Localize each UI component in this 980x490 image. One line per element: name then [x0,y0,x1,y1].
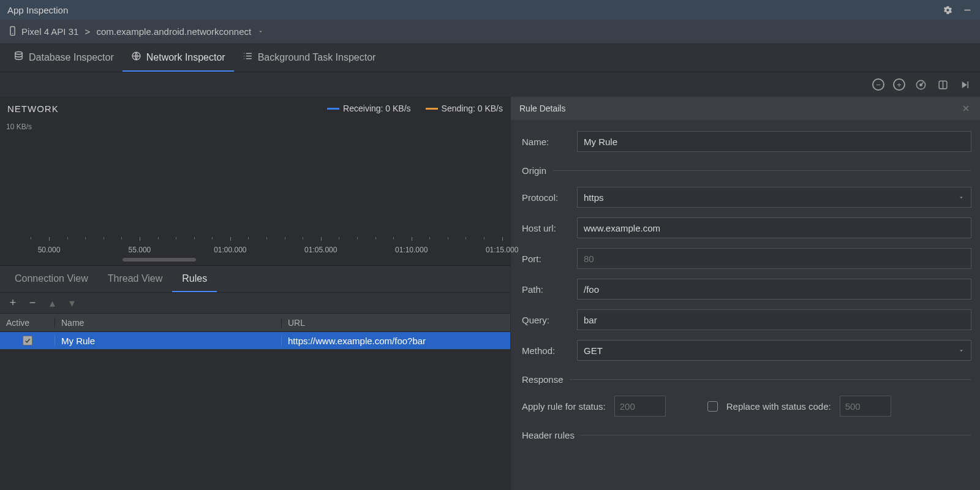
protocol-label: Protocol: [522,192,577,203]
network-title: NETWORK [7,104,59,114]
row-url: https://www.example.com/foo?bar [282,336,510,346]
breadcrumb-bar: Pixel 4 API 31 > com.example.android.net… [0,20,980,44]
protocol-select[interactable]: https [577,187,971,208]
timeline-label: 55.000 [129,246,151,254]
table-row[interactable]: My Rule https://www.example.com/foo?bar [0,332,510,349]
database-icon [13,51,24,64]
tab-background-task-inspector[interactable]: Background Task Inspector [234,44,385,72]
active-checkbox[interactable] [23,336,32,345]
globe-icon [131,51,141,64]
marker-icon[interactable] [936,78,949,91]
skip-end-icon[interactable] [958,78,971,91]
svg-point-3 [15,51,22,54]
add-rule-button[interactable]: + [7,296,18,309]
apply-status-label: Apply rule for status: [522,401,606,412]
minimize-icon[interactable] [962,4,973,15]
title-bar: App Inspection [0,0,980,20]
right-panel: Rule Details Name: Origin Protocol: http… [511,97,980,490]
breadcrumb-app: com.example.android.networkconnect [97,26,252,37]
replace-status-label: Replace with status code: [726,401,831,412]
left-panel: NETWORK Receiving: 0 KB/s Sending: 0 KB/… [0,97,511,490]
subtab-thread-view[interactable]: Thread View [98,266,173,292]
svg-rect-15 [967,81,968,88]
window-title: App Inspection [7,5,68,15]
move-up-button[interactable]: ▴ [47,296,58,310]
timeline-scrub[interactable] [123,258,196,262]
protocol-value: https [584,192,604,203]
header-rules-section-label: Header rules [522,430,575,440]
timeline-label: 01:10.000 [395,246,428,254]
remove-rule-button[interactable]: − [27,296,38,309]
legend-receiving: Receiving: 0 KB/s [343,104,411,113]
host-input[interactable] [577,217,971,238]
timeline-label: 01:00.000 [214,246,246,254]
device-icon [7,26,18,38]
toolbar-row: − + [0,72,980,97]
name-label: Name: [522,137,577,147]
close-icon[interactable] [960,103,971,114]
timeline: 50.00055.00001:00.00001:05.00001:10.0000… [0,237,510,262]
method-value: GET [584,345,603,356]
breadcrumb-device: Pixel 4 API 31 [21,26,78,37]
list-icon [243,51,253,64]
tab-label: Background Task Inspector [258,52,376,63]
tab-database-inspector[interactable]: Database Inspector [5,44,123,72]
query-label: Query: [522,315,577,325]
tab-label: Database Inspector [29,52,114,63]
subtabs: Connection View Thread View Rules [0,266,510,293]
port-input[interactable] [577,248,971,269]
timeline-label: 01:05.000 [304,246,337,254]
subtab-connection-view[interactable]: Connection View [5,266,98,292]
replace-status-input[interactable] [840,396,891,417]
apply-status-input[interactable] [614,396,666,417]
row-name: My Rule [55,336,282,346]
method-label: Method: [522,345,577,356]
timeline-label: 50.000 [38,246,61,254]
legend-sending: Sending: 0 KB/s [442,104,503,113]
settings-icon[interactable] [942,4,953,15]
port-label: Port: [522,254,577,264]
col-header-active[interactable]: Active [0,318,55,328]
chevron-down-icon [257,26,264,37]
move-down-button[interactable]: ▾ [66,296,77,310]
method-select[interactable]: GET [577,340,971,361]
col-header-url[interactable]: URL [282,318,510,328]
name-input[interactable] [577,131,971,152]
chevron-down-icon [958,347,965,354]
chevron-down-icon [958,194,965,201]
rules-table: Active Name URL My Rule https://www.exam… [0,314,510,490]
remove-button[interactable]: − [872,78,884,91]
network-legend: Receiving: 0 KB/s Sending: 0 KB/s [327,104,503,113]
origin-section-label: Origin [522,165,546,176]
rule-details-title: Rule Details [519,104,565,113]
svg-point-12 [919,83,921,85]
response-section-label: Response [522,374,564,385]
query-input[interactable] [577,309,971,330]
network-chart[interactable]: 10 KB/s 50.00055.00001:00.00001:05.00001… [0,120,510,266]
inspection-icon[interactable] [914,78,927,91]
timeline-label: 01:15.000 [486,246,518,254]
tab-label: Network Inspector [146,52,225,63]
breadcrumb[interactable]: Pixel 4 API 31 > com.example.android.net… [7,26,264,38]
tab-network-inspector[interactable]: Network Inspector [123,44,234,72]
col-header-name[interactable]: Name [55,318,282,328]
rules-toolbar: + − ▴ ▾ [0,293,510,314]
subtab-rules[interactable]: Rules [172,266,217,292]
path-input[interactable] [577,279,971,300]
replace-status-checkbox[interactable] [707,401,718,412]
y-axis-label: 10 KB/s [6,123,32,131]
inspector-tabs: Database Inspector Network Inspector Bac… [0,44,980,72]
add-button[interactable]: + [893,78,905,91]
path-label: Path: [522,284,577,295]
host-label: Host url: [522,223,577,233]
